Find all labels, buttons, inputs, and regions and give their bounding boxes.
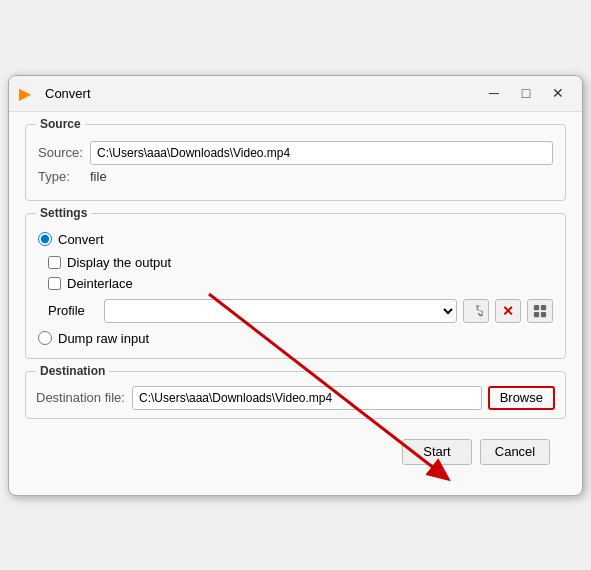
display-output-label: Display the output [67,255,171,270]
browse-button[interactable]: Browse [488,386,555,410]
source-group: Source Source: Type: file [25,124,566,201]
source-label: Source: [38,145,84,160]
cancel-button[interactable]: Cancel [480,439,550,465]
deinterlace-row: Deinterlace [48,276,553,291]
convert-window: ▶ Convert ─ □ ✕ Source Source: [8,75,583,496]
start-button[interactable]: Start [402,439,472,465]
delete-profile-button[interactable]: ✕ [495,299,521,323]
deinterlace-label: Deinterlace [67,276,133,291]
svg-rect-2 [534,304,539,309]
window-title: Convert [45,86,472,101]
title-bar: ▶ Convert ─ □ ✕ [9,76,582,112]
display-output-row: Display the output [48,255,553,270]
vlc-icon: ▶ [19,84,37,102]
delete-icon: ✕ [502,303,514,319]
svg-rect-4 [534,311,539,316]
dest-file-label: Destination file: [36,390,126,405]
settings-section-label: Settings [36,206,91,220]
profile-select[interactable] [104,299,457,323]
source-path-row: Source: [38,141,553,165]
window-controls: ─ □ ✕ [480,83,572,103]
convert-radio[interactable] [38,232,52,246]
convert-radio-label: Convert [58,232,104,247]
dest-file-row: Destination file: Browse [36,386,555,410]
source-section-label: Source [36,117,85,131]
create-profile-button[interactable] [527,299,553,323]
dump-raw-radio[interactable] [38,331,52,345]
window-content: Source Source: Type: file Settings Conve… [9,112,582,495]
bottom-bar: Start Cancel [25,429,566,479]
new-profile-icon [533,304,547,318]
dump-raw-label: Dump raw input [58,331,149,346]
close-button[interactable]: ✕ [544,83,572,103]
minimize-button[interactable]: ─ [480,83,508,103]
convert-radio-row: Convert [38,232,553,247]
dest-file-input[interactable] [132,386,482,410]
display-output-checkbox[interactable] [48,256,61,269]
source-input[interactable] [90,141,553,165]
settings-group: Settings Convert Display the output Dein… [25,213,566,359]
wrench-icon [469,304,483,318]
deinterlace-checkbox[interactable] [48,277,61,290]
type-label: Type: [38,169,84,184]
dump-raw-row: Dump raw input [38,331,553,346]
profile-row: Profile ✕ [48,299,553,323]
edit-profile-button[interactable] [463,299,489,323]
destination-section-label: Destination [36,364,109,378]
maximize-button[interactable]: □ [512,83,540,103]
svg-rect-5 [541,311,546,316]
type-value: file [90,169,107,184]
svg-rect-3 [541,304,546,309]
source-type-row: Type: file [38,169,553,184]
profile-label: Profile [48,303,98,318]
destination-group: Destination Destination file: Browse [25,371,566,419]
